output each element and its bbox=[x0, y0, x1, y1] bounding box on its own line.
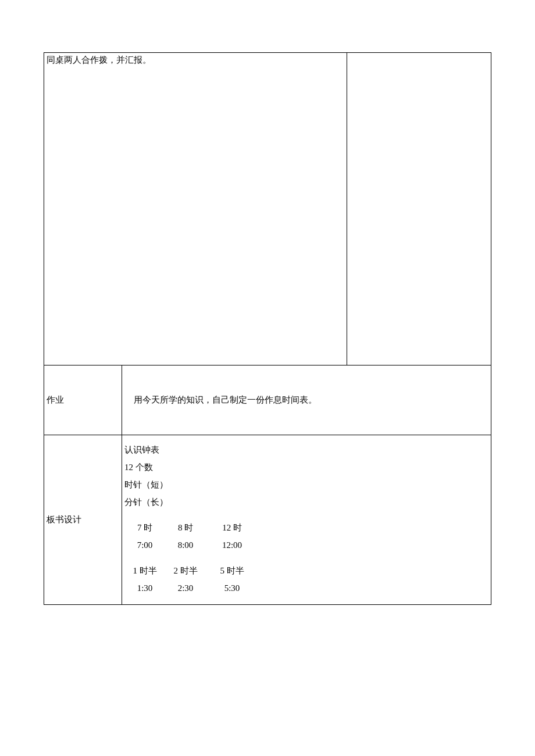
notes-cell bbox=[347, 53, 491, 366]
board-line-3: 时针（短） bbox=[124, 476, 488, 493]
activity-text: 同桌两人合作拨，并汇报。 bbox=[47, 55, 151, 65]
time-a2: 8 时 bbox=[165, 519, 206, 536]
table-row: 同桌两人合作拨，并汇报。 bbox=[44, 53, 491, 366]
board-design-label: 板书设计 bbox=[47, 515, 81, 524]
homework-content-cell: 用今天所学的知识，自己制定一份作息时间表。 bbox=[122, 366, 491, 435]
table-row: 作业 用今天所学的知识，自己制定一份作息时间表。 bbox=[44, 366, 491, 435]
homework-label-cell: 作业 bbox=[44, 366, 122, 435]
board-design-content-cell: 认识钟表 12 个数 时针（短） 分针（长） 7 时 8 时 12 时 7:00… bbox=[122, 435, 491, 605]
lesson-plan-table: 同桌两人合作拨，并汇报。 作业 用今天所学的知识，自己制定一份作息时间表。 板书… bbox=[44, 52, 491, 605]
time-a1: 7 时 bbox=[124, 519, 165, 536]
board-line-1: 认识钟表 bbox=[124, 441, 488, 458]
activity-cell: 同桌两人合作拨，并汇报。 bbox=[44, 53, 347, 366]
board-line-2: 12 个数 bbox=[124, 458, 488, 476]
time-row-d: 1:30 2:30 5:30 bbox=[124, 579, 488, 597]
time-c3: 5 时半 bbox=[206, 562, 258, 579]
time-row-b: 7:00 8:00 12:00 bbox=[124, 536, 488, 554]
table-row: 板书设计 认识钟表 12 个数 时针（短） 分针（长） 7 时 8 时 12 时… bbox=[44, 435, 491, 605]
time-c1: 1 时半 bbox=[124, 562, 165, 579]
board-design-label-cell: 板书设计 bbox=[44, 435, 122, 605]
spacer bbox=[124, 554, 488, 562]
time-row-a: 7 时 8 时 12 时 bbox=[124, 519, 488, 536]
time-d2: 2:30 bbox=[165, 579, 206, 597]
homework-content: 用今天所学的知识，自己制定一份作息时间表。 bbox=[134, 395, 317, 404]
time-b3: 12:00 bbox=[206, 536, 258, 554]
time-b2: 8:00 bbox=[165, 536, 206, 554]
time-c2: 2 时半 bbox=[165, 562, 206, 579]
time-d3: 5:30 bbox=[206, 579, 258, 597]
homework-label: 作业 bbox=[47, 395, 64, 404]
time-a3: 12 时 bbox=[206, 519, 258, 536]
time-row-c: 1 时半 2 时半 5 时半 bbox=[124, 562, 488, 579]
board-line-4: 分针（长） bbox=[124, 493, 488, 511]
time-b1: 7:00 bbox=[124, 536, 165, 554]
time-d1: 1:30 bbox=[124, 579, 165, 597]
spacer bbox=[124, 511, 488, 519]
